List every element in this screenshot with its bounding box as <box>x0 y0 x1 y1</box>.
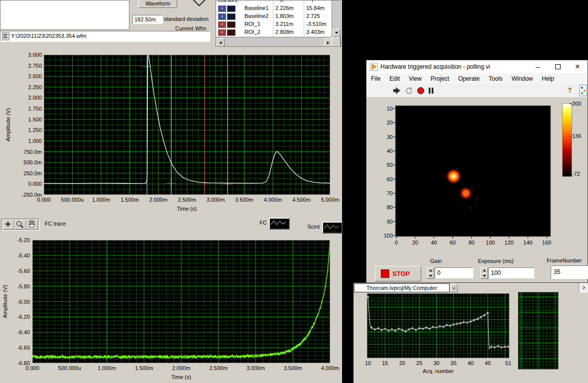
cursor-table-col-y: Y <box>311 0 314 3</box>
cursor-tool-button[interactable] <box>2 220 14 230</box>
cursor-table-vscrollbar[interactable] <box>332 0 340 37</box>
menu-project[interactable]: Project <box>426 73 454 84</box>
path-control[interactable]: Y:\2020\11\23\202353.354.wfm <box>0 31 210 42</box>
scroll-right-button[interactable] <box>324 38 332 47</box>
path-type-icon <box>2 32 9 40</box>
decrement-button[interactable] <box>427 273 434 279</box>
gain-input[interactable]: 0 <box>435 267 473 278</box>
fc-plot-style-icon <box>270 219 287 227</box>
menu-window[interactable]: Window <box>507 73 538 84</box>
svg-text:60: 60 <box>387 176 393 182</box>
svg-text:80: 80 <box>387 204 393 210</box>
pause-button[interactable] <box>428 87 435 95</box>
svg-text:Acq. number: Acq. number <box>423 368 454 374</box>
menu-operate[interactable]: Operate <box>454 73 484 84</box>
arrow-right-icon <box>327 41 329 44</box>
cursor-style-icon[interactable]: + <box>218 13 226 20</box>
svg-text:3.500m: 3.500m <box>284 365 302 371</box>
cursor-table-hscrollbar[interactable] <box>216 37 332 47</box>
svg-text:2.500: 2.500 <box>28 73 42 79</box>
menu-help[interactable]: Help <box>537 73 559 84</box>
exposure-input[interactable]: 100 <box>488 267 534 278</box>
svg-text:2.000m: 2.000m <box>172 365 191 371</box>
cursor-row[interactable]: +ROI_22.808m3.403m <box>216 28 332 36</box>
std-dev-value: 182.50m <box>134 16 156 22</box>
svg-text:120: 120 <box>504 240 513 246</box>
title-bar[interactable]: Hardware triggered acquisition - polling… <box>366 60 588 73</box>
menu-view[interactable]: View <box>404 73 426 84</box>
svg-text:500.000u: 500.000u <box>61 197 84 203</box>
cursor-color-icon[interactable] <box>227 5 235 12</box>
cursor-table[interactable]: Cursors: X Y +Baseline12.226m15.84m+Base… <box>216 0 341 47</box>
svg-text:Amplitude (V): Amplitude (V) <box>2 285 8 318</box>
palette-window-icon[interactable] <box>580 85 587 96</box>
maximize-button[interactable] <box>548 60 568 73</box>
cursor-style-icon[interactable]: + <box>218 5 226 12</box>
cursor-style-icon[interactable]: + <box>218 29 226 36</box>
gain-spinner[interactable] <box>427 267 434 278</box>
fc-legend-icon[interactable] <box>269 218 290 230</box>
pan-tool-button[interactable] <box>26 220 38 230</box>
waveform-button[interactable]: Waveform <box>138 0 177 8</box>
svg-text:Time (s): Time (s) <box>177 206 197 212</box>
cursor-row[interactable]: +Baseline12.226m15.84m <box>216 4 332 12</box>
decrement-button[interactable] <box>480 273 488 279</box>
cursor-table-col-x: X <box>280 0 283 3</box>
svg-text:1.500: 1.500 <box>28 117 42 123</box>
cursor-y-value: -3.510m <box>306 20 326 28</box>
cursor-y-value: 15.84m <box>306 4 325 12</box>
gain-value: 0 <box>437 269 441 276</box>
svg-text:-5.20: -5.20 <box>17 237 30 243</box>
arrow-up-icon <box>483 269 486 271</box>
cursor-name: ROI_2 <box>244 28 260 36</box>
ramp-min-label: -72 <box>572 171 588 177</box>
svg-text:0: 0 <box>395 240 398 246</box>
arrow-right-icon: > <box>583 285 586 290</box>
svg-text:20: 20 <box>399 360 405 366</box>
maximize-icon <box>555 64 561 69</box>
svg-text:Amplitude (V): Amplitude (V) <box>5 108 11 141</box>
ramp-tick <box>570 104 572 104</box>
svg-text:45: 45 <box>485 360 491 366</box>
svg-text:1.750: 1.750 <box>28 106 42 112</box>
run-continuous-button[interactable] <box>404 87 413 95</box>
color-ramp[interactable] <box>562 103 572 177</box>
svg-text:1.000m: 1.000m <box>92 197 111 203</box>
fc-trace-label: FC trace <box>45 221 66 227</box>
arrow-left-icon: < <box>453 286 455 291</box>
std-dev-label: standard deviation <box>164 16 209 22</box>
scroll-down-button[interactable] <box>333 29 340 37</box>
toolbar: ? <box>366 84 588 98</box>
cursor-row[interactable]: +Baseline21.803m2.725 <box>216 12 332 20</box>
cursor-color-icon[interactable] <box>227 29 235 36</box>
zoom-tool-button[interactable] <box>14 220 26 230</box>
menu-file[interactable]: File <box>366 73 385 84</box>
cursor-style-icon[interactable]: + <box>218 21 226 28</box>
svg-text:1.500m: 1.500m <box>135 365 153 371</box>
window-title: Hardware triggered acquisition - polling… <box>380 63 490 70</box>
intensity-graph[interactable]: 1020304050607080901000204060801001201401… <box>376 98 576 253</box>
scroll-left-button[interactable] <box>217 38 225 47</box>
help-icon[interactable]: ? <box>568 86 572 94</box>
menu-tools[interactable]: Tools <box>484 73 507 84</box>
menu-edit[interactable]: Edit <box>385 73 404 84</box>
svg-text:0.000: 0.000 <box>28 181 42 187</box>
exposure-spinner[interactable] <box>480 267 488 278</box>
svg-text:140: 140 <box>523 240 532 246</box>
arrow-left-icon <box>220 41 222 44</box>
fc-waveform-graph[interactable]: 3.0002.7502.5002.2502.0001.7501.5001.250… <box>0 48 342 218</box>
minimize-button[interactable]: – <box>528 60 548 73</box>
cursor-color-icon[interactable] <box>227 13 235 20</box>
svg-text:1.000: 1.000 <box>28 138 42 144</box>
frame-number-indicator: 35 <box>551 265 588 279</box>
stop-button[interactable]: STOP <box>375 266 421 281</box>
run-button[interactable] <box>392 87 401 95</box>
close-button[interactable]: × <box>568 60 588 73</box>
arrow-down-icon <box>429 275 432 277</box>
scint-waveform-graph[interactable]: -5.20-5.40-5.60-5.80-6.00-6.20-6.40-6.60… <box>0 230 342 383</box>
arrow-up-icon <box>429 269 432 271</box>
cursor-name: Baseline2 <box>244 12 268 20</box>
abort-button[interactable] <box>417 87 425 95</box>
cursor-row[interactable]: +ROI_13.211m-3.510m <box>216 20 332 28</box>
cursor-color-icon[interactable] <box>227 21 235 28</box>
